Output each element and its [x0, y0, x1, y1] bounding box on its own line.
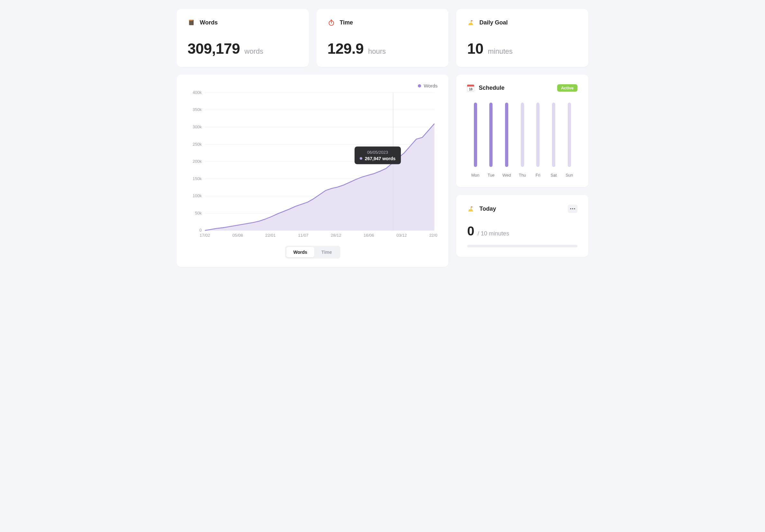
svg-point-41	[574, 208, 575, 209]
svg-text:100k: 100k	[193, 193, 202, 198]
words-stat-card: Words 309,179 words	[177, 9, 309, 67]
svg-rect-6	[468, 24, 473, 25]
words-chart-card: Words 050k100k150k200k250k300k350k400k17…	[177, 75, 448, 267]
goal-flag-icon	[467, 205, 475, 213]
daily-goal-stat-card: Daily Goal 10 minutes	[456, 9, 588, 67]
words-value: 309,179	[188, 40, 240, 57]
chart-legend: Words	[418, 83, 437, 89]
schedule-day[interactable]: Mon	[469, 103, 481, 178]
words-title: Words	[200, 19, 218, 26]
schedule-day-bar	[552, 103, 555, 167]
svg-text:250k: 250k	[193, 142, 202, 147]
svg-text:03/12: 03/12	[396, 233, 406, 238]
daily-goal-value: 10	[467, 40, 483, 57]
schedule-day-label: Mon	[471, 173, 479, 178]
schedule-title: Schedule	[479, 85, 504, 91]
time-stat-card: Time 129.9 hours	[317, 9, 449, 67]
schedule-days: MonTueWedThuFriSatSun	[467, 103, 577, 178]
svg-point-40	[572, 208, 573, 209]
legend-label: Words	[424, 83, 437, 89]
today-progress-bar	[467, 245, 577, 247]
schedule-day-bar	[521, 103, 524, 167]
schedule-day[interactable]: Thu	[516, 103, 528, 178]
tab-time[interactable]: Time	[314, 247, 339, 257]
today-value: 0	[467, 224, 474, 238]
today-more-button[interactable]	[568, 205, 577, 213]
schedule-status-badge: Active	[557, 84, 577, 92]
svg-text:300k: 300k	[193, 125, 202, 129]
schedule-day-label: Sat	[550, 173, 557, 178]
schedule-day[interactable]: Wed	[500, 103, 513, 178]
daily-goal-unit: minutes	[488, 47, 513, 56]
svg-text:0: 0	[200, 228, 202, 233]
schedule-card: 18 Schedule Active MonTueWedThuFriSatSun	[456, 75, 588, 187]
svg-text:50k: 50k	[195, 211, 202, 216]
svg-text:22/05: 22/05	[429, 233, 437, 238]
svg-rect-8	[471, 20, 471, 24]
schedule-day-label: Fri	[536, 173, 540, 178]
schedule-day-bar	[489, 103, 492, 167]
tab-words[interactable]: Words	[286, 247, 314, 257]
schedule-day[interactable]: Tue	[485, 103, 497, 178]
words-area-chart[interactable]: 050k100k150k200k250k300k350k400k17/0205/…	[188, 86, 437, 240]
schedule-day-label: Wed	[502, 173, 511, 178]
svg-rect-4	[331, 20, 332, 21]
svg-rect-38	[471, 207, 471, 210]
today-card: Today 0 / 10 minutes	[456, 195, 588, 257]
svg-text:350k: 350k	[193, 107, 202, 112]
svg-text:17/02: 17/02	[200, 233, 210, 238]
goal-flag-icon	[467, 19, 475, 26]
svg-text:150k: 150k	[193, 176, 202, 181]
stopwatch-icon	[328, 19, 335, 26]
schedule-day-bar	[568, 103, 571, 167]
today-goal-text: / 10 minutes	[478, 230, 509, 237]
svg-text:200k: 200k	[193, 159, 202, 164]
daily-goal-title: Daily Goal	[479, 19, 508, 26]
more-icon	[570, 208, 575, 210]
calendar-icon: 18	[467, 85, 474, 92]
schedule-day-bar	[474, 103, 477, 167]
schedule-day[interactable]: Sun	[563, 103, 575, 178]
time-value: 129.9	[328, 40, 364, 57]
today-title: Today	[479, 206, 496, 212]
svg-rect-36	[468, 211, 473, 212]
notebook-icon	[188, 19, 195, 26]
svg-text:400k: 400k	[193, 90, 202, 95]
time-title: Time	[340, 19, 353, 26]
svg-text:11/07: 11/07	[298, 233, 308, 238]
schedule-day-label: Tue	[487, 173, 494, 178]
schedule-day-bar	[505, 103, 508, 167]
schedule-day-label: Sun	[565, 173, 573, 178]
legend-dot-icon	[418, 84, 421, 88]
schedule-day-label: Thu	[518, 173, 526, 178]
chart-area[interactable]: Words 050k100k150k200k250k300k350k400k17…	[188, 86, 437, 240]
svg-point-39	[570, 208, 571, 209]
svg-text:05/08: 05/08	[233, 233, 243, 238]
svg-rect-1	[189, 20, 194, 21]
schedule-day[interactable]: Fri	[532, 103, 544, 178]
schedule-day-bar	[536, 103, 539, 167]
schedule-day[interactable]: Sat	[547, 103, 560, 178]
chart-metric-toggle: Words Time	[188, 246, 437, 259]
words-unit: words	[245, 47, 264, 56]
time-unit: hours	[368, 47, 386, 56]
svg-rect-2	[193, 20, 194, 25]
svg-text:22/01: 22/01	[265, 233, 275, 238]
svg-text:28/12: 28/12	[331, 233, 341, 238]
calendar-day-number: 18	[469, 88, 472, 91]
svg-text:16/06: 16/06	[364, 233, 374, 238]
